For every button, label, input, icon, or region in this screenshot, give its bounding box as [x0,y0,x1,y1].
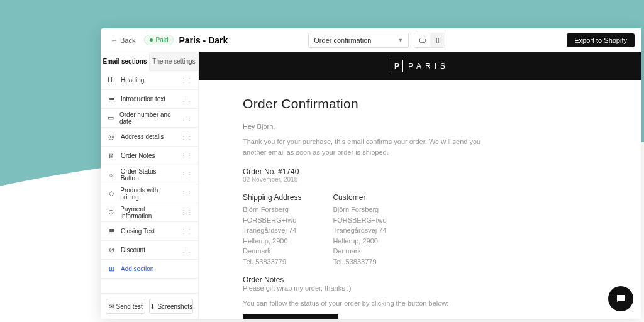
badge-label: Paid [155,36,168,43]
section-item[interactable]: ◎Address details⋮⋮ [101,128,198,147]
section-icon: ◇ [107,189,115,197]
section-item[interactable]: ⟐Order Status Button⋮⋮ [101,165,198,184]
section-item[interactable]: ◇Products with pricing⋮⋮ [101,184,198,203]
drag-handle-icon[interactable]: ⋮⋮ [180,152,192,159]
drag-handle-icon[interactable]: ⋮⋮ [180,114,192,121]
section-label: Order number and date [119,111,175,125]
drag-handle-icon[interactable]: ⋮⋮ [180,171,192,178]
email-preview: P PARIS Order Confirmation Hey Bjorn, Th… [199,52,641,319]
template-select[interactable]: Order confirmation ▼ [308,33,409,48]
address-row: Shipping Address Björn Forsberg FORSBERG… [243,192,597,267]
section-item[interactable]: H₁Heading⋮⋮ [101,71,198,90]
export-label: Export to Shopify [574,36,627,44]
section-icon: ⊙ [107,208,115,216]
section-item[interactable]: ≣Introduction text⋮⋮ [101,90,198,109]
topbar: ← Back Paid Paris - Dark Order confirmat… [101,28,641,52]
section-item[interactable]: ≣Closing Text⋮⋮ [101,222,198,241]
mobile-view-button[interactable]: ▯ [430,33,445,47]
order-status-button[interactable]: View Order Status > [243,314,338,319]
section-icon: ⊘ [107,246,116,254]
shipping-address: Shipping Address Björn Forsberg FORSBERG… [243,192,301,267]
chat-widget[interactable] [608,286,633,311]
email-greeting: Hey Bjorn, [243,123,597,130]
order-date: 02 November, 2018 [243,176,597,183]
email-heading: Order Confirmation [243,96,597,111]
add-section-label: Add section [121,265,153,272]
section-icon: ⟐ [107,171,116,179]
desktop-view-button[interactable]: 🖵 [414,33,430,47]
section-label: Closing Text [121,228,155,235]
select-value: Order confirmation [314,36,371,44]
desktop-icon: 🖵 [419,36,426,44]
section-item[interactable]: ▭Order number and date⋮⋮ [101,109,198,128]
add-section-button[interactable]: ⊞Add section [101,260,198,279]
brand-mark: P [391,60,403,72]
back-label: Back [120,36,135,44]
chat-icon [615,293,626,304]
preview-pane: P PARIS Order Confirmation Hey Bjorn, Th… [199,52,641,319]
screenshots-label: Screenshots [157,303,192,310]
section-label: Products with pricing [120,187,175,201]
addr-city: Hellerup, 2900 [333,236,386,247]
brand-name: PARIS [408,62,449,70]
shipping-label: Shipping Address [243,192,301,203]
addr-country: Denmark [243,246,301,257]
sidebar-tabs: Email sections Theme settings [101,52,198,71]
brand-logo: P PARIS [391,60,449,72]
section-item[interactable]: ⊘Discount⋮⋮ [101,241,198,260]
send-label: Send test [116,303,143,310]
device-toggle: 🖵 ▯ [414,33,445,48]
drag-handle-icon[interactable]: ⋮⋮ [180,209,192,216]
section-item[interactable]: 🗎Order Notes⋮⋮ [101,147,198,165]
addr-street: Tranegårdsvej 74 [333,225,386,236]
section-label: Discount [121,247,145,253]
section-label: Heading [121,77,144,84]
status-badge: Paid [144,35,174,45]
screenshots-button[interactable]: ⬇ Screenshots [149,299,193,314]
section-list: H₁Heading⋮⋮≣Introduction text⋮⋮▭Order nu… [101,71,198,293]
addr-company: FORSBERG+two [243,215,301,226]
drag-handle-icon[interactable]: ⋮⋮ [180,77,192,84]
section-label: Order Status Button [121,168,175,182]
section-label: Order Notes [121,152,155,159]
app-window: ← Back Paid Paris - Dark Order confirmat… [101,28,641,319]
addr-city: Hellerup, 2900 [243,236,301,247]
drag-handle-icon[interactable]: ⋮⋮ [180,247,192,253]
tab-email-sections[interactable]: Email sections [101,52,150,71]
tab-theme-settings[interactable]: Theme settings [150,52,198,71]
addr-tel: Tel. 53833779 [333,257,386,267]
chevron-down-icon: ▼ [397,37,403,43]
body: Email sections Theme settings H₁Heading⋮… [101,52,641,319]
mobile-icon: ▯ [436,36,440,44]
add-icon: ⊞ [107,265,116,273]
order-notes-label: Order Notes [243,275,597,284]
send-test-button[interactable]: ✉ Send test [106,299,145,314]
addr-street: Tranegårdsvej 74 [243,225,301,236]
section-icon: H₁ [107,76,116,84]
drag-handle-icon[interactable]: ⋮⋮ [180,133,192,140]
back-button[interactable]: ← Back [107,34,139,47]
back-arrow-icon: ← [111,36,118,44]
customer-label: Customer [333,192,386,203]
section-icon: ≣ [107,95,116,103]
section-icon: ◎ [107,133,116,141]
drag-handle-icon[interactable]: ⋮⋮ [180,96,192,103]
order-notes-text: Please gift wrap my order, thanks :) [243,284,597,292]
addr-name: Björn Forsberg [243,204,301,215]
addr-country: Denmark [333,246,386,257]
section-icon: ▭ [107,114,114,122]
drag-handle-icon[interactable]: ⋮⋮ [180,228,192,235]
drag-handle-icon[interactable]: ⋮⋮ [180,190,192,197]
addr-tel: Tel. 53833779 [243,257,301,267]
download-icon: ⬇ [150,303,155,310]
order-number: Order No. #1740 [243,167,597,176]
follow-text: You can follow the status of your order … [243,299,597,307]
section-label: Payment Information [120,206,175,219]
section-label: Address details [121,133,164,140]
section-icon: 🗎 [107,152,116,160]
addr-company: FORSBERG+two [333,215,386,226]
export-button[interactable]: Export to Shopify [567,33,635,47]
email-header: P PARIS [199,52,641,80]
send-icon: ✉ [109,303,114,310]
section-item[interactable]: ⊙Payment Information⋮⋮ [101,203,198,222]
